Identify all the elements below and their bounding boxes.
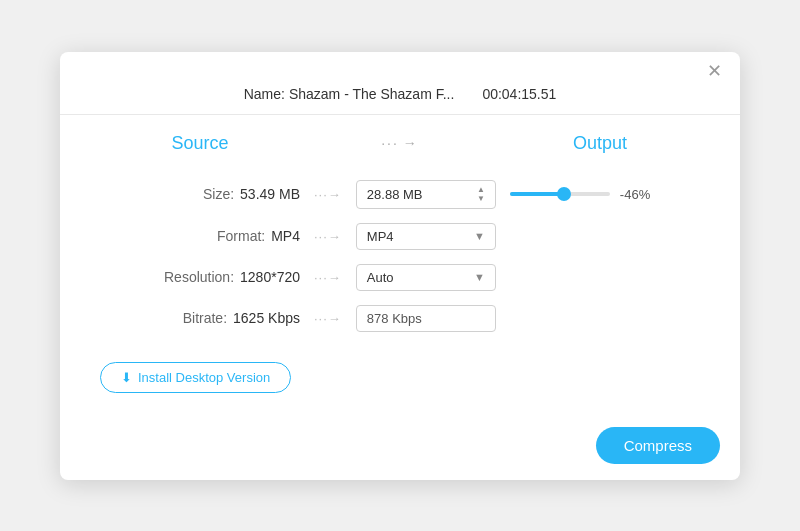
size-output-control: 28.88 MB ▲ ▼ -46% <box>356 180 656 209</box>
size-slider-track[interactable] <box>510 192 610 196</box>
format-label: Format: <box>217 228 265 244</box>
resolution-arrow: ···→ <box>314 270 342 285</box>
spinner-down[interactable]: ▼ <box>477 195 485 203</box>
size-row: Size: 53.49 MB ···→ 28.88 MB ▲ ▼ <box>100 180 700 209</box>
install-desktop-button[interactable]: ⬇ Install Desktop Version <box>100 362 291 393</box>
source-output-arrow: ··· → <box>280 135 520 151</box>
bitrate-label: Bitrate: <box>183 310 227 326</box>
install-label: Install Desktop Version <box>138 370 270 385</box>
install-icon: ⬇ <box>121 370 132 385</box>
resolution-select[interactable]: Auto ▼ <box>356 264 496 291</box>
footer-row: Compress <box>60 417 740 480</box>
format-value: MP4 <box>271 228 300 244</box>
main-dialog: ✕ Name: Shazam - The Shazam F... 00:04:1… <box>60 52 740 480</box>
resolution-select-value: Auto <box>367 270 394 285</box>
dialog-header: ✕ <box>60 52 740 84</box>
compress-button[interactable]: Compress <box>596 427 720 464</box>
close-button[interactable]: ✕ <box>705 62 724 80</box>
bitrate-output-control: 878 Kbps <box>356 305 496 332</box>
bitrate-text-field[interactable]: 878 Kbps <box>356 305 496 332</box>
format-chevron-icon: ▼ <box>474 230 485 242</box>
name-value: Shazam - The Shazam F... <box>289 86 454 102</box>
format-row: Format: MP4 ···→ MP4 ▼ <box>100 223 700 250</box>
size-source: Size: 53.49 MB <box>100 186 300 202</box>
size-arrow: ···→ <box>314 187 342 202</box>
format-select-value: MP4 <box>367 229 394 244</box>
size-slider-percent: -46% <box>620 187 656 202</box>
format-source: Format: MP4 <box>100 228 300 244</box>
bitrate-value: 1625 Kbps <box>233 310 300 326</box>
size-label: Size: <box>203 186 234 202</box>
size-spinner[interactable]: 28.88 MB ▲ ▼ <box>356 180 496 209</box>
size-slider-fill <box>510 192 564 196</box>
output-label: Output <box>520 133 680 154</box>
bitrate-row: Bitrate: 1625 Kbps ···→ 878 Kbps <box>100 305 700 332</box>
format-output-control: MP4 ▼ <box>356 223 496 250</box>
bitrate-arrow: ···→ <box>314 311 342 326</box>
name-label: Name: <box>244 86 285 102</box>
content-area: Size: 53.49 MB ···→ 28.88 MB ▲ ▼ <box>60 172 740 417</box>
size-slider-container: -46% <box>510 187 656 202</box>
resolution-value: 1280*720 <box>240 269 300 285</box>
resolution-row: Resolution: 1280*720 ···→ Auto ▼ <box>100 264 700 291</box>
source-label: Source <box>120 133 280 154</box>
size-slider-thumb[interactable] <box>557 187 571 201</box>
source-output-row: Source ··· → Output <box>60 115 740 172</box>
bitrate-source: Bitrate: 1625 Kbps <box>100 310 300 326</box>
format-arrow: ···→ <box>314 229 342 244</box>
name-duration: 00:04:15.51 <box>482 86 556 102</box>
spinner-up[interactable]: ▲ <box>477 186 485 194</box>
resolution-output-control: Auto ▼ <box>356 264 496 291</box>
size-value: 53.49 MB <box>240 186 300 202</box>
name-row: Name: Shazam - The Shazam F... 00:04:15.… <box>60 84 740 114</box>
resolution-label: Resolution: <box>164 269 234 285</box>
resolution-chevron-icon: ▼ <box>474 271 485 283</box>
resolution-source: Resolution: 1280*720 <box>100 269 300 285</box>
spinners: ▲ ▼ <box>477 186 485 203</box>
format-select[interactable]: MP4 ▼ <box>356 223 496 250</box>
size-spinner-value: 28.88 MB <box>367 187 423 202</box>
